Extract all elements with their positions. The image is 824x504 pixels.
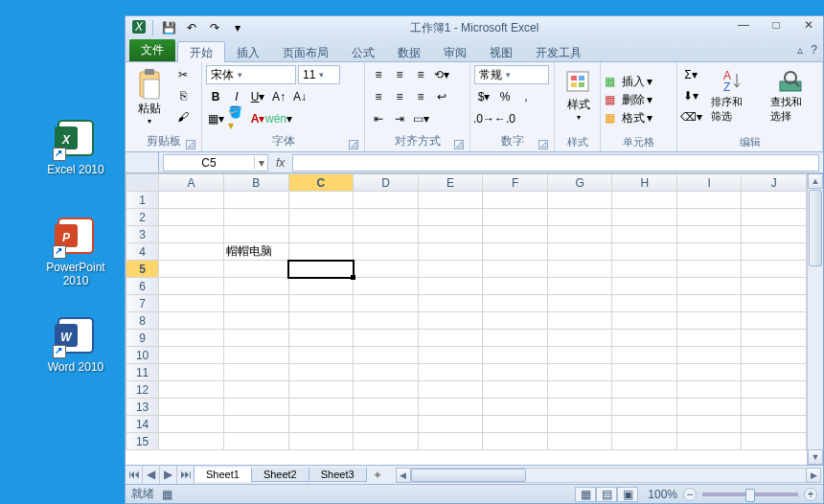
currency-button[interactable]: $▾ xyxy=(474,87,493,106)
row-header-9[interactable]: 9 xyxy=(126,330,159,347)
cell-I2[interactable] xyxy=(677,209,742,226)
cell-A13[interactable] xyxy=(159,399,224,416)
decrease-decimal[interactable]: ←.0 xyxy=(495,109,515,128)
cell-F4[interactable] xyxy=(483,243,548,261)
row-header-11[interactable]: 11 xyxy=(126,364,159,381)
cell-E13[interactable] xyxy=(418,399,483,416)
ribbon-tab-2[interactable]: 页面布局 xyxy=(271,42,340,62)
number-format-combo[interactable]: 常规▾ xyxy=(474,65,549,84)
cell-I3[interactable] xyxy=(677,226,742,243)
cell-G1[interactable] xyxy=(547,192,612,209)
cell-C4[interactable] xyxy=(288,243,354,261)
sheet-tab-2[interactable]: Sheet3 xyxy=(309,468,367,482)
font-size-combo[interactable]: 11▾ xyxy=(298,65,340,84)
cell-I11[interactable] xyxy=(677,364,742,381)
row-header-10[interactable]: 10 xyxy=(126,347,159,364)
cell-I12[interactable] xyxy=(677,381,742,399)
cell-G12[interactable] xyxy=(547,381,612,399)
cell-D6[interactable] xyxy=(354,278,419,295)
italic-button[interactable]: I xyxy=(227,87,246,106)
cell-F13[interactable] xyxy=(483,399,548,416)
desktop-icon-excel[interactable]: X Excel 2010 xyxy=(40,115,111,176)
cell-F1[interactable] xyxy=(483,192,548,209)
help-button[interactable]: ? xyxy=(811,43,817,57)
wrap-text[interactable]: ↩ xyxy=(432,87,451,106)
cell-D2[interactable] xyxy=(354,209,419,226)
sheet-nav-next[interactable]: ▶ xyxy=(160,466,177,484)
cell-G5[interactable] xyxy=(547,261,612,278)
ribbon-tab-5[interactable]: 审阅 xyxy=(432,42,478,62)
cell-H5[interactable] xyxy=(612,261,677,278)
cell-E6[interactable] xyxy=(418,278,483,295)
cell-C7[interactable] xyxy=(288,295,354,312)
format-painter-button[interactable]: 🖌 xyxy=(173,107,193,126)
cell-F12[interactable] xyxy=(483,381,548,399)
cell-H12[interactable] xyxy=(612,381,677,399)
cell-A3[interactable] xyxy=(159,226,224,243)
cell-C15[interactable] xyxy=(288,433,354,450)
cell-F7[interactable] xyxy=(483,295,548,312)
scroll-thumb[interactable] xyxy=(809,190,822,266)
cell-H14[interactable] xyxy=(612,416,677,433)
cell-H15[interactable] xyxy=(612,433,677,450)
close-button[interactable]: ✕ xyxy=(798,18,819,35)
align-right[interactable]: ≡ xyxy=(411,87,430,106)
formula-bar[interactable] xyxy=(292,154,819,172)
scroll-right[interactable]: ▶ xyxy=(806,468,821,483)
cell-E10[interactable] xyxy=(418,347,483,364)
font-name-combo[interactable]: 宋体▾ xyxy=(206,65,296,84)
cell-I5[interactable] xyxy=(677,261,742,278)
cell-I15[interactable] xyxy=(677,433,742,450)
cell-F8[interactable] xyxy=(483,312,548,330)
decrease-indent[interactable]: ⇤ xyxy=(369,109,388,128)
bold-button[interactable]: B xyxy=(206,87,225,106)
cell-J4[interactable] xyxy=(742,243,807,261)
cell-E8[interactable] xyxy=(418,312,483,330)
dialog-launcher[interactable]: ◿ xyxy=(349,140,358,149)
cell-D12[interactable] xyxy=(354,381,419,399)
cell-H6[interactable] xyxy=(612,278,677,295)
scroll-down[interactable]: ▼ xyxy=(808,449,823,465)
row-header-15[interactable]: 15 xyxy=(126,433,159,450)
sheet-nav-last[interactable]: ⏭ xyxy=(177,466,195,484)
cell-D1[interactable] xyxy=(354,192,419,209)
merge-button[interactable]: ▭▾ xyxy=(411,109,430,128)
row-header-1[interactable]: 1 xyxy=(126,192,159,209)
font-color-button[interactable]: A▾ xyxy=(248,109,267,128)
view-normal[interactable]: ▦ xyxy=(575,487,596,502)
cell-B8[interactable] xyxy=(223,312,288,330)
find-select-button[interactable]: 查找和选择 xyxy=(764,65,819,126)
cell-C8[interactable] xyxy=(288,312,354,330)
cell-B7[interactable] xyxy=(223,295,288,312)
col-header-D[interactable]: D xyxy=(354,174,419,192)
ribbon-tab-4[interactable]: 数据 xyxy=(386,42,432,62)
zoom-out[interactable]: − xyxy=(683,488,697,501)
cell-F2[interactable] xyxy=(483,209,548,226)
col-header-J[interactable]: J xyxy=(742,174,807,192)
qat-undo[interactable]: ↶ xyxy=(182,18,201,37)
dialog-launcher[interactable]: ◿ xyxy=(538,140,548,149)
cell-J7[interactable] xyxy=(742,295,807,312)
border-button[interactable]: ▦▾ xyxy=(206,109,225,128)
paste-button[interactable]: 粘贴▾ xyxy=(129,65,170,128)
cell-G13[interactable] xyxy=(547,399,612,416)
format-cells[interactable]: ▦ 格式▾ xyxy=(605,110,673,126)
cell-J9[interactable] xyxy=(742,330,807,347)
cell-D4[interactable] xyxy=(354,243,419,261)
cell-H2[interactable] xyxy=(612,209,677,226)
cell-A12[interactable] xyxy=(159,381,224,399)
cell-F6[interactable] xyxy=(483,278,548,295)
underline-button[interactable]: U▾ xyxy=(248,87,267,106)
cell-G6[interactable] xyxy=(547,278,612,295)
percent-button[interactable]: % xyxy=(495,87,515,106)
zoom-in[interactable]: + xyxy=(804,488,817,501)
sheet-nav-first[interactable]: ⏮ xyxy=(126,466,143,484)
cell-C9[interactable] xyxy=(288,330,354,347)
cell-C3[interactable] xyxy=(288,226,354,243)
macro-record-icon[interactable]: ▦ xyxy=(162,488,172,501)
row-header-8[interactable]: 8 xyxy=(126,312,159,330)
cell-G7[interactable] xyxy=(547,295,612,312)
cell-F14[interactable] xyxy=(483,416,548,433)
cell-E2[interactable] xyxy=(418,209,483,226)
cell-C2[interactable] xyxy=(288,209,354,226)
